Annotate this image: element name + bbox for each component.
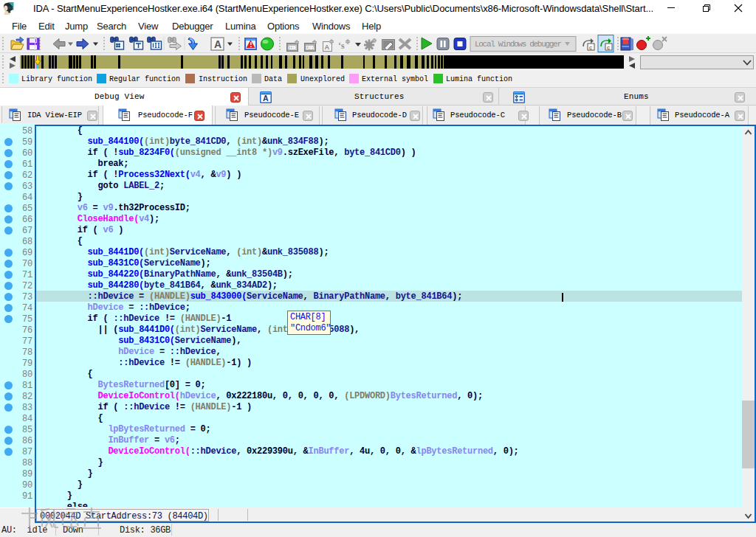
svg-text:A: A (325, 44, 330, 51)
svg-text:CODE: CODE (288, 45, 297, 50)
svg-text:c: c (607, 44, 610, 51)
svg-text:DATA: DATA (306, 45, 315, 50)
svg-text:Local Windows debugger: Local Windows debugger (475, 40, 562, 49)
svg-text:A: A (263, 94, 269, 103)
svg-text:‘s: ‘s (338, 41, 345, 51)
svg-text:c: c (589, 44, 592, 51)
svg-text:A: A (214, 38, 221, 50)
